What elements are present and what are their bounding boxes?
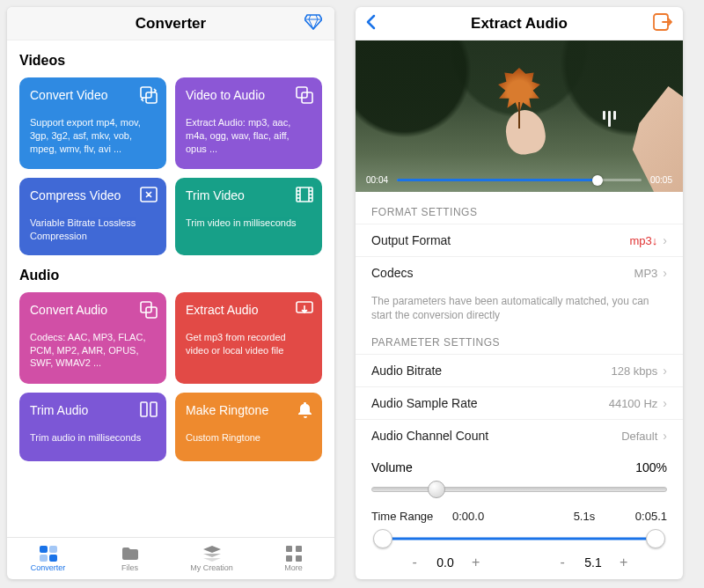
row-value: mp3↓: [630, 234, 658, 247]
card-title: Convert Video: [30, 88, 156, 102]
row-value: 44100 Hz: [609, 397, 658, 410]
row-value: MP3: [634, 267, 658, 280]
svg-rect-16: [296, 546, 302, 552]
converter-screen: Converter Videos Convert Video Support e…: [7, 7, 334, 579]
audio-convert-icon: [296, 86, 313, 107]
page-title: Converter: [136, 15, 206, 33]
row-audio-bitrate[interactable]: Audio Bitrate 128 kbps ›: [356, 354, 683, 386]
card-compress-video[interactable]: Compress Video Variable Bitrate Lossless…: [19, 178, 166, 255]
chevron-right-icon: ›: [663, 364, 667, 378]
volume-slider[interactable]: [371, 481, 667, 497]
converter-icon: [40, 546, 57, 562]
card-desc: Custom Ringtone: [186, 431, 312, 445]
time-range-slider[interactable]: [371, 530, 667, 548]
row-volume: Volume 100%: [356, 452, 683, 478]
time-total: 00:05: [650, 175, 672, 185]
stepper-start: - 0.0 +: [371, 555, 519, 570]
stepper-end: - 5.1 +: [519, 555, 667, 570]
progress-track[interactable]: [397, 179, 642, 181]
card-title: Trim Video: [186, 188, 312, 202]
card-convert-video[interactable]: Convert Video Support export mp4, mov, 3…: [19, 77, 166, 169]
plus-button[interactable]: +: [618, 555, 630, 570]
progress-knob[interactable]: [592, 175, 603, 186]
plus-button[interactable]: +: [470, 555, 482, 570]
pause-icon: [603, 111, 616, 127]
card-title: Extract Audio: [186, 303, 312, 317]
svg-rect-15: [286, 546, 292, 552]
time-range-rail: [378, 538, 660, 540]
video-leaf: [496, 68, 542, 117]
tab-label: Files: [121, 563, 138, 572]
extract-audio-screen: Extract Audio 00:04 00:05 FORMAT SETTING…: [356, 7, 683, 579]
volume-knob[interactable]: [428, 481, 445, 498]
row-label: Audio Bitrate: [371, 364, 612, 378]
chevron-right-icon: ›: [663, 429, 667, 443]
card-title: Compress Video: [30, 188, 156, 202]
settings: FORMAT SETTINGS Output Format mp3↓ › Cod…: [356, 192, 683, 579]
svg-rect-11: [40, 546, 48, 553]
videos-grid: Convert Video Support export mp4, mov, 3…: [19, 77, 322, 255]
card-desc: Codecs: AAC, MP3, FLAC, PCM, MP2, AMR, O…: [30, 331, 156, 371]
card-title: Make Ringtone: [186, 403, 312, 417]
tab-files[interactable]: Files: [89, 538, 171, 579]
volume-rail: [371, 487, 667, 492]
svg-rect-18: [296, 555, 302, 562]
minus-button[interactable]: -: [408, 555, 421, 570]
film-icon: [296, 187, 313, 206]
stepper-value: 0.0: [436, 555, 453, 570]
card-make-ringtone[interactable]: Make Ringtone Custom Ringtone: [175, 393, 322, 461]
svg-rect-12: [49, 546, 57, 553]
page-title: Extract Audio: [471, 15, 568, 33]
time-range-end: 0:05.1: [635, 510, 667, 523]
tab-my-creation[interactable]: My Creation: [171, 538, 253, 579]
chevron-right-icon: ›: [663, 233, 667, 247]
row-label: Audio Sample Rate: [371, 396, 609, 410]
svg-rect-14: [49, 555, 57, 562]
video-preview[interactable]: 00:04 00:05: [356, 40, 683, 192]
export-button[interactable]: [653, 13, 672, 34]
card-title: Video to Audio: [186, 88, 312, 102]
stepper-value: 5.1: [584, 555, 601, 570]
svg-rect-17: [286, 555, 292, 562]
progress-fill: [397, 179, 598, 181]
convert-icon: [140, 301, 158, 322]
audio-grid: Convert Audio Codecs: AAC, MP3, FLAC, PC…: [19, 292, 322, 461]
download-video-icon: [296, 301, 313, 320]
row-label: Volume: [371, 460, 635, 474]
minus-button[interactable]: -: [556, 555, 568, 570]
compress-icon: [140, 187, 158, 206]
time-range-knob-start[interactable]: [373, 529, 392, 548]
chevron-right-icon: ›: [663, 396, 667, 410]
format-settings-header: FORMAT SETTINGS: [356, 192, 683, 224]
video-progress[interactable]: 00:04 00:05: [366, 175, 672, 185]
back-button[interactable]: [364, 13, 377, 34]
card-convert-audio[interactable]: Convert Audio Codecs: AAC, MP3, FLAC, PC…: [19, 292, 166, 384]
time-range-mid: 5.1s: [574, 510, 596, 523]
convert-icon: [140, 86, 158, 107]
header: Converter: [7, 7, 334, 40]
row-label: Time Range: [371, 510, 452, 523]
row-audio-channel-count[interactable]: Audio Channel Count Default ›: [356, 419, 683, 452]
format-hint: The parameters have been automatically m…: [356, 289, 683, 322]
section-videos-label: Videos: [19, 53, 322, 69]
tab-converter[interactable]: Converter: [7, 538, 89, 579]
tab-label: My Creation: [190, 563, 233, 572]
card-desc: Support export mp4, mov, 3gp, 3g2, asf, …: [30, 116, 156, 156]
time-range-knob-end[interactable]: [646, 529, 665, 548]
row-codecs[interactable]: Codecs MP3 ›: [356, 256, 683, 289]
diamond-icon[interactable]: [304, 14, 322, 33]
row-output-format[interactable]: Output Format mp3↓ ›: [356, 224, 683, 256]
time-current: 00:04: [366, 175, 388, 185]
tab-bar: Converter Files My Creation More: [7, 537, 334, 579]
card-title: Trim Audio: [30, 403, 156, 417]
card-extract-audio[interactable]: Extract Audio Get mp3 from recorded vide…: [175, 292, 322, 384]
row-audio-sample-rate[interactable]: Audio Sample Rate 44100 Hz ›: [356, 386, 683, 419]
header: Extract Audio: [356, 7, 683, 40]
section-audio-label: Audio: [19, 268, 322, 283]
card-desc: Get mp3 from recorded video or local vid…: [186, 331, 312, 357]
card-video-to-audio[interactable]: Video to Audio Extract Audio: mp3, aac, …: [175, 77, 322, 169]
tab-more[interactable]: More: [253, 538, 334, 579]
card-trim-audio[interactable]: Trim Audio Trim audio in milliseconds: [19, 393, 166, 461]
card-trim-video[interactable]: Trim Video Trim video in milliseconds: [175, 178, 322, 255]
chevron-right-icon: ›: [663, 266, 667, 280]
